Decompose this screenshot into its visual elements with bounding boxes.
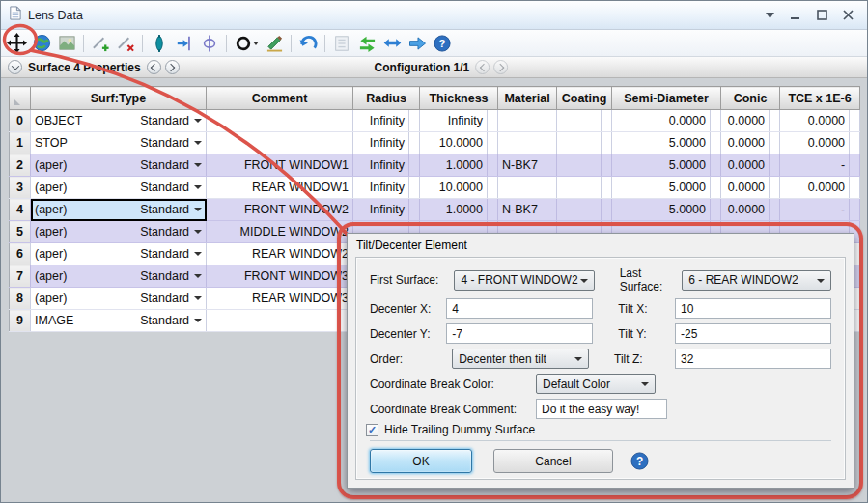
cell-material[interactable]: N-BK7	[498, 199, 546, 221]
lens-element-icon[interactable]	[148, 32, 171, 55]
insert-surface-plus-icon[interactable]	[89, 32, 112, 55]
surface-type-dropdown[interactable]: Standard	[140, 136, 202, 150]
window-menu-caret-icon[interactable]	[763, 9, 776, 22]
tilt-x-input[interactable]	[675, 298, 831, 319]
cell-surf-type[interactable]: (aper)Standard	[31, 265, 207, 288]
aperture-stop-icon[interactable]	[198, 32, 221, 55]
cell-material[interactable]	[498, 132, 546, 154]
surface-type-dropdown[interactable]: Standard	[140, 181, 202, 194]
cell-thickness[interactable]: 10.0000	[420, 177, 488, 199]
cell-tce[interactable]: -	[780, 154, 850, 177]
cell-surf-type[interactable]: OBJECTStandard	[31, 110, 207, 132]
next-surface-button[interactable]	[165, 60, 180, 74]
decenter-y-input[interactable]	[446, 323, 593, 344]
cell-tce[interactable]: 0.0000	[780, 110, 850, 132]
cell-surf-type[interactable]: (aper)Standard	[31, 221, 207, 243]
col-header-surf-type[interactable]: Surf:Type	[31, 87, 207, 110]
cell-radius[interactable]: Infinity	[353, 132, 409, 154]
cell-comment[interactable]: FRONT WINDOW2	[207, 199, 353, 221]
coating-brush-icon[interactable]	[263, 32, 286, 55]
dialog-help-icon[interactable]: ?	[630, 452, 649, 470]
cell-conic[interactable]: 0.0000	[721, 110, 770, 132]
minimize-button[interactable]	[789, 9, 802, 22]
col-header-coating[interactable]: Coating	[557, 87, 612, 110]
cell-comment[interactable]	[207, 110, 353, 132]
cell-radius[interactable]: Infinity	[353, 110, 409, 132]
tilt-z-input[interactable]	[675, 349, 831, 369]
cell-coating[interactable]	[557, 199, 602, 221]
col-header-conic[interactable]: Conic	[721, 87, 780, 110]
cell-surf-type[interactable]: (aper)Standard	[31, 288, 207, 310]
cell-comment[interactable]: REAR WINDOW1	[207, 177, 353, 199]
cell-material[interactable]	[498, 177, 546, 199]
cell-coating[interactable]	[557, 154, 602, 177]
surface-type-dropdown[interactable]: Standard	[140, 158, 202, 172]
col-header-material[interactable]: Material	[498, 87, 557, 110]
cell-conic[interactable]: 0.0000	[721, 132, 770, 154]
cell-surf-type[interactable]: IMAGEStandard	[31, 310, 207, 332]
cell-radius-solve[interactable]	[409, 110, 420, 132]
cell-semi-diameter[interactable]: 0.0000	[612, 110, 711, 132]
list-disabled-icon[interactable]	[330, 32, 353, 55]
col-header-comment[interactable]: Comment	[207, 87, 353, 110]
cell-coating[interactable]	[557, 110, 602, 132]
cell-thickness[interactable]: 1.0000	[420, 154, 488, 177]
cell-material[interactable]	[498, 110, 546, 132]
surface-type-dropdown[interactable]: Standard	[140, 203, 202, 216]
col-header-radius[interactable]: Radius	[353, 87, 420, 110]
cell-conic[interactable]: 0.0000	[721, 199, 770, 221]
cell-thickness[interactable]: 10.0000	[420, 132, 488, 154]
cell-surf-type[interactable]: STOPStandard	[31, 132, 207, 154]
cell-comment[interactable]	[207, 132, 353, 154]
cell-comment[interactable]	[207, 310, 353, 332]
cell-semi-diameter[interactable]: 5.0000	[612, 199, 711, 221]
help-icon[interactable]: ?	[431, 32, 454, 55]
cell-tce[interactable]: -	[780, 199, 850, 221]
last-surface-select[interactable]: 6 - REAR WINDOW2	[682, 270, 831, 291]
coordinate-break-color-select[interactable]: Default Color	[536, 374, 656, 394]
ok-button[interactable]: OK	[370, 449, 472, 473]
cell-comment[interactable]: REAR WINDOW3	[207, 288, 353, 310]
cell-surf-type[interactable]: (aper)Standard	[31, 154, 207, 177]
first-surface-select[interactable]: 4 - FRONT WINDOW2	[454, 270, 594, 291]
previous-config-button[interactable]	[475, 60, 490, 74]
decenter-x-input[interactable]	[446, 298, 593, 319]
surface-type-dropdown[interactable]: Standard	[140, 269, 202, 283]
cell-surf-type[interactable]: (aper)Standard	[31, 177, 207, 199]
tilt-y-input[interactable]	[675, 323, 831, 344]
cell-comment[interactable]: REAR WINDOW2	[207, 243, 353, 265]
undo-curved-arrow-icon[interactable]	[296, 32, 320, 55]
cell-semi-diameter[interactable]: 5.0000	[612, 177, 711, 199]
surface-type-dropdown[interactable]: Standard	[140, 314, 202, 327]
coordinate-break-comment-input[interactable]	[536, 399, 667, 419]
double-headed-arrow-icon[interactable]	[380, 32, 404, 55]
order-select[interactable]: Decenter then tilt	[452, 349, 589, 369]
cell-conic[interactable]: 0.0000	[721, 177, 770, 199]
previous-surface-button[interactable]	[147, 60, 161, 74]
cell-thickness[interactable]: 1.0000	[420, 199, 488, 221]
checkbox-checked-icon[interactable]: ✓	[366, 424, 378, 436]
expand-properties-button[interactable]	[8, 60, 22, 74]
surface-type-dropdown[interactable]: Standard	[140, 114, 202, 127]
surface-type-dropdown[interactable]: Standard	[140, 225, 202, 238]
surface-type-dropdown[interactable]: Standard	[140, 247, 202, 261]
cell-conic[interactable]: 0.0000	[721, 154, 770, 177]
swap-green-arrows-icon[interactable]	[355, 32, 378, 55]
hide-dummy-checkbox-row[interactable]: ✓ Hide Trailing Dummy Surface	[366, 423, 831, 436]
ring-dropdown-icon[interactable]	[232, 32, 261, 55]
picture-map-icon[interactable]	[55, 32, 78, 55]
cell-radius[interactable]: Infinity	[353, 199, 409, 221]
cell-comment[interactable]: MIDDLE WINDOW2	[207, 221, 353, 243]
cell-thickness-solve[interactable]	[488, 110, 498, 132]
close-button[interactable]	[841, 9, 854, 22]
cell-material[interactable]: N-BK7	[498, 154, 546, 177]
cell-semi-diameter[interactable]: 5.0000	[612, 132, 711, 154]
move-cross-icon[interactable]	[5, 32, 28, 55]
col-header-tce[interactable]: TCE x 1E-6	[780, 87, 860, 110]
delete-surface-x-icon[interactable]	[114, 32, 137, 55]
globe-icon[interactable]	[30, 32, 53, 55]
cell-material-solve[interactable]	[546, 110, 557, 132]
cell-surf-type[interactable]: (aper)Standard	[31, 243, 207, 265]
next-config-button[interactable]	[493, 60, 508, 74]
cell-coating[interactable]	[557, 132, 602, 154]
